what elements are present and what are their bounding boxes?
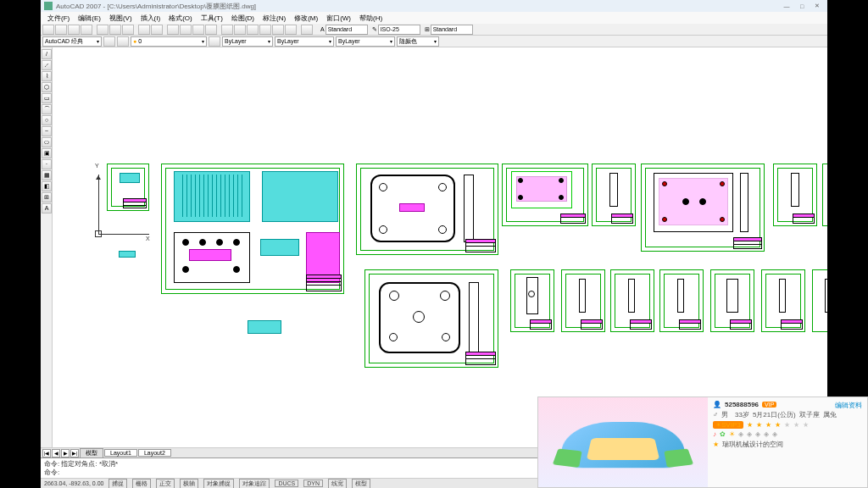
ortho-toggle[interactable]: 正交 [156,479,175,489]
linetype-combo[interactable]: ByLayer [275,36,334,47]
star-icon: ★ [793,421,799,429]
properties-icon[interactable] [221,25,233,35]
sheet-set-icon[interactable] [259,25,271,35]
menu-help[interactable]: 帮助(H) [356,14,386,23]
svip-badge: ☀SVIP3 [713,421,743,429]
layer-previous-icon[interactable] [209,36,220,47]
part-iso-1 [119,251,136,258]
undo-icon[interactable] [138,25,150,35]
layer-prop-icon[interactable] [103,36,115,47]
minimize-button[interactable]: — [780,2,793,10]
tab-next-button[interactable]: ▶ [61,449,70,458]
tool-palettes-icon[interactable] [247,25,259,35]
menu-tools[interactable]: 工具(T) [198,14,226,23]
menu-view[interactable]: 视图(V) [106,14,136,23]
markup-icon[interactable] [272,25,284,35]
help-icon[interactable] [301,25,313,35]
osnap-toggle[interactable]: 对象捕捉 [203,479,234,489]
polyline-icon[interactable]: ⌇ [42,71,52,81]
3d-render-thumbnail [538,397,708,487]
menu-modify[interactable]: 修改(M) [291,14,321,23]
profile-birth: 5月21日(公历) [753,410,796,419]
star-icon: ★ [747,421,753,429]
zoom-realtime-icon[interactable] [180,25,192,35]
tab-last-button[interactable]: ▶| [70,449,79,458]
block-icon[interactable]: ▣ [42,148,52,158]
region-icon[interactable]: ◧ [42,181,52,191]
maximize-button[interactable]: □ [795,2,809,10]
lwt-toggle[interactable]: 线宽 [328,479,347,489]
layer-states-icon[interactable] [117,36,129,47]
lineweight-combo[interactable]: ByLayer [336,36,395,47]
line-icon[interactable]: / [42,49,52,59]
polar-toggle[interactable]: 极轴 [180,479,198,489]
profile-overlay: 编辑资料 👤 525888596 VIP ♂ 男 33岁 5月21日(公历) 双… [537,396,868,488]
menu-edit[interactable]: 编辑(E) [75,14,104,23]
dimstyle-icon: ✎ [372,26,377,33]
otrack-toggle[interactable]: 对象追踪 [239,479,270,489]
tab-model[interactable]: 模型 [80,448,103,458]
save-icon[interactable] [68,25,80,35]
color-combo[interactable]: ByLayer [222,36,273,47]
grid-toggle[interactable]: 栅格 [132,479,151,489]
snap-toggle[interactable]: 捕捉 [108,479,127,489]
textstyle-combo[interactable]: Standard [326,25,368,35]
star-icon: ★ [756,421,762,429]
badge-row: ♪ ✿ ☀ ◈ ◈ ◈ ◈ ◈ [713,430,862,438]
part-iso-2 [248,320,281,334]
star-icon: ★ [765,421,771,429]
point-icon[interactable]: · [42,159,52,169]
close-button[interactable]: ✕ [810,2,824,10]
ellipse-icon[interactable]: ⬭ [42,137,52,147]
rectangle-icon[interactable]: ▭ [42,93,52,103]
service-icon: ♪ [713,430,716,438]
drawing-canvas[interactable]: Y X [53,47,827,447]
table-icon[interactable]: ⊞ [42,192,52,202]
tab-layout2[interactable]: Layout2 [138,449,171,457]
polygon-icon[interactable]: ⬡ [42,82,52,92]
spline-icon[interactable]: ~ [42,126,52,136]
zoom-previous-icon[interactable] [205,25,217,35]
edit-profile-link[interactable]: 编辑资料 [835,401,862,410]
drawing-sheet-4 [502,164,588,226]
dimstyle-combo[interactable]: ISO-25 [378,25,420,35]
zoom-window-icon[interactable] [192,25,204,35]
xline-icon[interactable]: ⟋ [42,60,52,70]
mtext-icon[interactable]: A [42,203,52,214]
drawing-sheet-r2-4 [659,269,704,332]
hatch-icon[interactable]: ▦ [42,170,52,180]
plotstyle-combo[interactable]: 随颜色 [397,36,439,47]
copy-icon[interactable] [109,25,121,35]
workspace-combo[interactable]: AutoCAD 经典 [42,36,102,47]
print-icon[interactable] [81,25,92,35]
titlebar: AutoCAD 2007 - [C:\Users\Administrator\D… [41,0,827,12]
textstyle-icon: A [320,26,325,32]
dyn-toggle[interactable]: DYN [303,480,323,487]
ducs-toggle[interactable]: DUCS [275,480,298,487]
tab-first-button[interactable]: |◀ [42,449,51,458]
menu-dimension[interactable]: 标注(N) [259,14,289,23]
tab-layout1[interactable]: Layout1 [104,449,137,457]
calc-icon[interactable] [285,25,297,35]
menu-draw[interactable]: 绘图(D) [228,14,258,23]
tablestyle-combo[interactable]: Standard [431,25,473,35]
tab-prev-button[interactable]: ◀ [52,449,60,458]
redo-icon[interactable] [151,25,163,35]
menu-window[interactable]: 窗口(W) [323,14,354,23]
window-title: AutoCAD 2007 - [C:\Users\Administrator\D… [56,2,256,11]
model-toggle[interactable]: 模型 [352,479,370,489]
layer-combo[interactable]: ● 0 [131,36,207,47]
service-icon: ◈ [772,430,777,438]
open-icon[interactable] [55,25,67,35]
new-icon[interactable] [42,25,54,35]
design-center-icon[interactable] [234,25,246,35]
pan-icon[interactable] [167,25,179,35]
paste-icon[interactable] [122,25,134,35]
menu-file[interactable]: 文件(F) [44,14,73,23]
menu-insert[interactable]: 插入(I) [137,14,164,23]
menu-format[interactable]: 格式(O) [165,14,196,23]
service-icon: ◈ [755,430,760,438]
arc-icon[interactable]: ⌒ [42,104,52,114]
cut-icon[interactable] [97,25,108,35]
circle-icon[interactable]: ○ [42,115,52,125]
